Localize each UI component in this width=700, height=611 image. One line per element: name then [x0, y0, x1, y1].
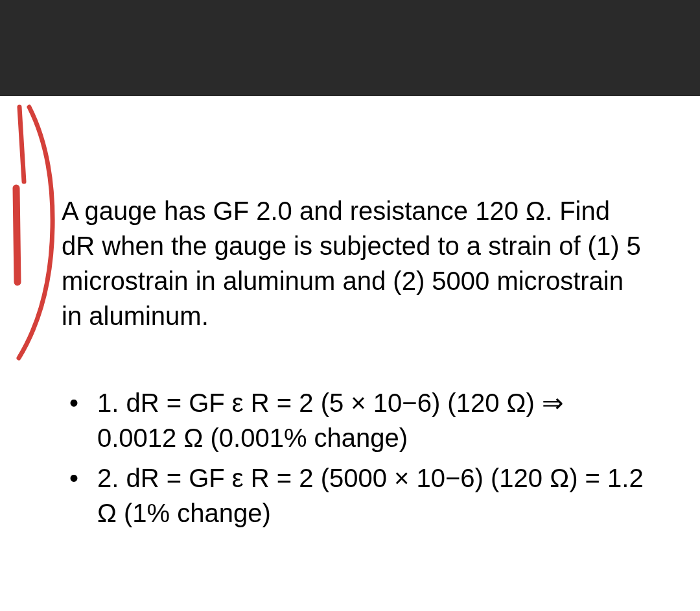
solution-item-1: 1. dR = GF ε R = 2 (5 × 10−6) (120 Ω) ⇒ …	[62, 385, 648, 455]
header-bar	[0, 0, 700, 96]
solution-item-2: 2. dR = GF ε R = 2 (5000 × 10−6) (120 Ω)…	[62, 461, 648, 531]
solution-list: 1. dR = GF ε R = 2 (5 × 10−6) (120 Ω) ⇒ …	[62, 385, 648, 531]
problem-statement: A gauge has GF 2.0 and resistance 120 Ω.…	[62, 193, 648, 333]
slide-content: A gauge has GF 2.0 and resistance 120 Ω.…	[0, 96, 700, 562]
